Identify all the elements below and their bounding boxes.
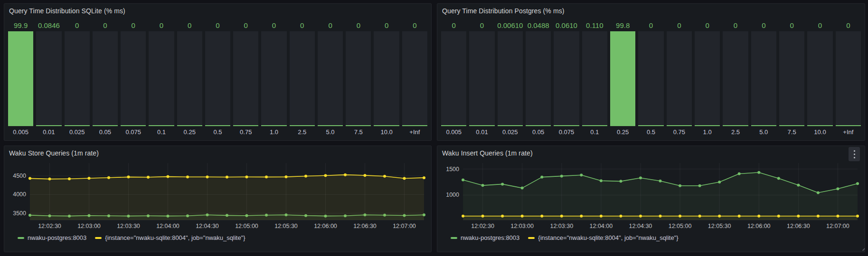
histogram-bucket: 00.05: [93, 19, 118, 137]
panel-header: Query Time Distribution SQLite (% ms): [4, 4, 431, 18]
bar-gauge-track: [149, 31, 174, 126]
series-point-marker: [285, 175, 288, 178]
panel-waku-insert-queries: Waku Insert Queries (1m rate) 1000150012…: [437, 146, 865, 252]
y-axis-tick-label: 1000: [446, 192, 459, 198]
legend: nwaku-postgres:8003{instance="nwaku-sqli…: [441, 232, 861, 241]
x-axis-tick-label: 12:04:30: [196, 223, 219, 229]
bucket-value-label: 0: [121, 19, 146, 31]
bar-gauge-fill: [638, 125, 663, 126]
series-point-marker: [206, 175, 209, 178]
store-queries-time-series-plot[interactable]: 35004000450012:02:3012:03:0012:03:3012:0…: [8, 160, 427, 232]
y-axis-tick-label: 4000: [13, 191, 26, 198]
series-point-marker: [48, 178, 51, 181]
bar-gauge-fill: [402, 125, 427, 126]
histogram-bucket: 0.1100.1: [582, 19, 607, 137]
series-point-marker: [88, 177, 91, 180]
y-axis-tick-label: 1500: [446, 166, 459, 173]
bar-gauge-fill: [836, 125, 861, 126]
histogram-bucket: 0.04880.05: [526, 19, 551, 137]
series-point-marker: [757, 215, 760, 218]
series-point-marker: [659, 215, 662, 218]
bucket-axis-label: 1.0: [261, 126, 286, 137]
bar-gauge-fill: [498, 125, 523, 126]
series-point-marker: [560, 215, 563, 218]
histogram-bucket: 00.005: [441, 19, 466, 137]
histogram-bucket: 05.0: [751, 19, 776, 137]
bar-gauge-fill: [346, 125, 371, 126]
bucket-axis-label: 2.5: [723, 126, 748, 137]
series-point-marker: [481, 184, 484, 187]
legend-item[interactable]: nwaku-postgres:8003: [451, 234, 519, 241]
panel-header: Query Time Distribution Postgres (% ms): [437, 4, 865, 18]
bucket-value-label: 0: [261, 19, 286, 31]
bar-gauge-fill: [261, 125, 286, 126]
panel-title[interactable]: Waku Insert Queries (1m rate): [442, 149, 533, 157]
bar-gauge-fill: [667, 125, 692, 126]
bar-gauge-track: [667, 31, 692, 126]
series-point-marker: [777, 177, 780, 180]
bar-gauge-fill: [751, 125, 776, 126]
x-axis-tick-label: 12:04:30: [629, 223, 652, 229]
bucket-value-label: 0: [374, 19, 399, 31]
bar-gauge-track: [610, 31, 635, 126]
histogram-bucket: 00.25: [177, 19, 202, 137]
series-point-marker: [265, 175, 268, 178]
bar-gauge-track: [233, 31, 258, 126]
bucket-axis-label: 0.25: [177, 126, 202, 137]
series-point-marker: [639, 176, 642, 179]
bucket-value-label: 0: [318, 19, 343, 31]
panel-menu-kebab-icon[interactable]: [849, 147, 860, 161]
x-axis-tick-label: 12:03:00: [510, 223, 534, 229]
series-point-marker: [521, 187, 524, 190]
panel-title[interactable]: Query Time Distribution SQLite (% ms): [9, 7, 125, 15]
bar-gauge-fill: [374, 125, 399, 126]
legend-series-label: {instance="nwaku-sqlite:8004", job="nwak…: [538, 234, 678, 241]
y-axis-tick-label: 3500: [13, 210, 26, 217]
series-point-marker: [600, 179, 603, 182]
panel-title[interactable]: Waku Store Queries (1m rate): [9, 149, 99, 157]
bar-gauge-fill: [779, 125, 804, 126]
series-point-marker: [679, 215, 681, 218]
bucket-axis-label: 5.0: [318, 126, 343, 137]
bar-gauge-track: [36, 31, 61, 126]
bar-gauge-track: [638, 31, 663, 126]
histogram-bucket: 01.0: [695, 19, 720, 137]
bucket-axis-label: +Inf: [402, 126, 427, 137]
bucket-axis-label: 2.5: [290, 126, 315, 137]
bucket-axis-label: 0.075: [554, 126, 579, 137]
insert-queries-time-series-plot[interactable]: 1000150012:02:3012:03:0012:03:3012:04:00…: [441, 160, 861, 232]
legend-series-label: nwaku-postgres:8003: [28, 234, 86, 241]
bucket-value-label: 0: [290, 19, 315, 31]
bucket-axis-label: 0.5: [205, 126, 230, 137]
series-point-marker: [403, 177, 406, 180]
x-axis-tick-label: 12:07:00: [393, 223, 416, 229]
series-point-marker: [462, 215, 464, 218]
panel-title[interactable]: Query Time Distribution Postgres (% ms): [442, 7, 565, 15]
x-axis-tick-label: 12:04:00: [590, 223, 613, 229]
bucket-axis-label: 0.05: [93, 126, 118, 137]
legend-item[interactable]: {instance="nwaku-sqlite:8004", job="nwak…: [528, 234, 678, 241]
bucket-axis-label: 7.5: [346, 126, 371, 137]
bar-gauge-track: [779, 31, 804, 126]
series-point-marker: [718, 181, 721, 183]
bar-gauge-fill: [93, 125, 118, 126]
legend-item[interactable]: {instance="nwaku-sqlite:8004", job="nwak…: [95, 234, 245, 241]
panel-header: Waku Store Queries (1m rate): [4, 146, 431, 160]
series-point-marker: [383, 175, 386, 178]
series-point-marker: [462, 179, 464, 182]
bucket-value-label: 0: [65, 19, 90, 31]
x-axis-tick-label: 12:05:00: [669, 223, 692, 229]
x-axis-tick-label: 12:06:00: [747, 223, 771, 229]
legend-series-swatch-icon: [18, 237, 24, 239]
series-point-marker: [817, 191, 820, 194]
bucket-value-label: 0: [667, 19, 692, 31]
bucket-axis-label: 0.005: [8, 126, 33, 137]
bucket-value-label: 0.0846: [36, 19, 61, 31]
series-point-marker: [856, 182, 859, 185]
bar-gauge-track: [836, 31, 861, 126]
legend-item[interactable]: nwaku-postgres:8003: [18, 234, 86, 241]
bar-gauge-fill: [65, 125, 90, 126]
histogram-bucket: 07.5: [346, 19, 371, 137]
bucket-axis-label: 1.0: [695, 126, 720, 137]
grafana-dashboard: Query Time Distribution SQLite (% ms) 99…: [0, 0, 868, 256]
